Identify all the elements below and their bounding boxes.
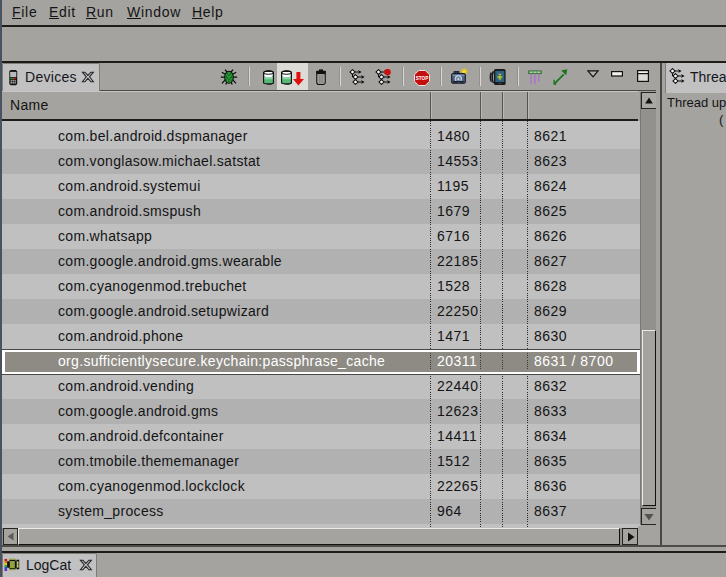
svg-text:STOP: STOP [416,76,428,81]
